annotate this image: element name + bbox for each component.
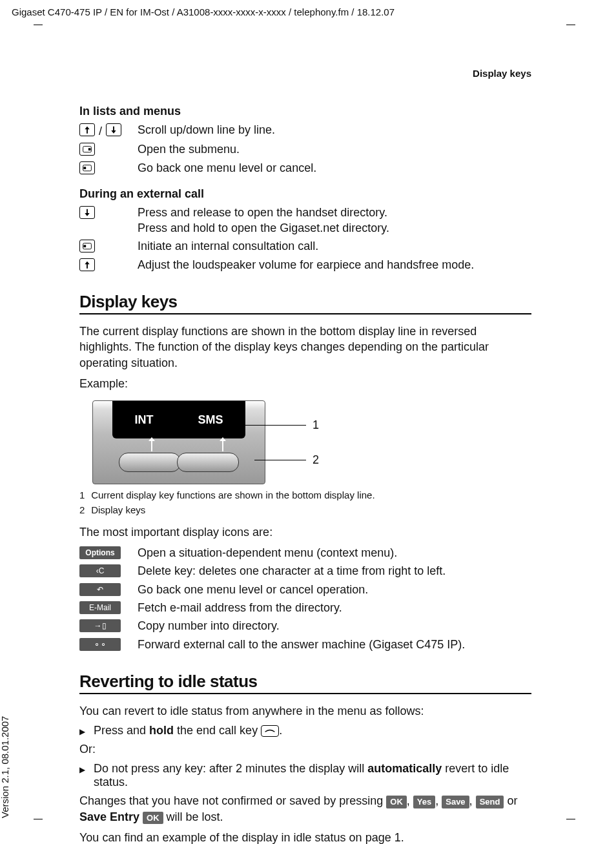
slash: / [98, 123, 103, 139]
crop-mark [34, 819, 43, 819]
send-key-icon: Send [476, 796, 504, 808]
row-text: Scroll up/down line by line. [138, 122, 531, 139]
nav-left-icon [79, 161, 95, 174]
svg-rect-5 [83, 245, 86, 248]
page-header-path: Gigaset C470-475 IP / EN for IM-Ost / A3… [12, 6, 395, 17]
nav-left-icon [79, 240, 95, 252]
crop-mark [566, 25, 575, 25]
svg-rect-3 [83, 167, 86, 169]
save-key-icon: Save [442, 796, 469, 808]
row-volume: Adjust the loudspeaker volume for earpie… [79, 257, 531, 273]
svg-rect-1 [88, 149, 91, 151]
back-arrow-icon: ↶ [79, 583, 121, 596]
icon-row-back: ↶ Go back one menu level or cancel opera… [79, 582, 531, 597]
row-text: Copy number into directory. [138, 618, 531, 633]
display-keys-intro: The current display functions are shown … [79, 324, 531, 371]
icons-intro: The most important display icons are: [79, 524, 531, 540]
ok-key-icon: OK [143, 812, 163, 825]
icon-row-email: E-Mail Fetch e-mail address from the dir… [79, 600, 531, 615]
row-open-submenu: Open the submenu. [79, 141, 531, 157]
icon-row-copy: →▯ Copy number into directory. [79, 618, 531, 633]
list-bullet-icon [79, 724, 94, 737]
idle-bullet-2: Do not press any key: after 2 minutes th… [79, 762, 531, 789]
callout-2: 2 [313, 453, 319, 467]
heading-display-keys: Display keys [79, 292, 531, 312]
screen-label-sms: SMS [198, 413, 223, 427]
answering-machine-icon: ⚬⚬ [79, 638, 121, 651]
idle-bullet-1: Press and hold the end call key . [79, 724, 531, 737]
row-text: Go back one menu level or cancel. [138, 160, 531, 176]
delete-c-icon: ‹C [79, 564, 121, 577]
screen-label-int: INT [134, 413, 153, 427]
row-text: Fetch e-mail address from the directory. [138, 600, 531, 615]
section-rule [79, 313, 531, 314]
figure-caption-1: 1 Current display key functions are show… [79, 489, 531, 502]
row-scroll: / Scroll up/down line by line. [79, 122, 531, 139]
figure-callouts: 1 2 [277, 400, 354, 484]
row-text: Press and release to open the handset di… [138, 205, 531, 236]
list-bullet-icon [79, 762, 94, 789]
idle-not-saved: Changes that you have not confirmed or s… [79, 793, 531, 825]
row-text: Forward external call to the answer mach… [138, 637, 531, 652]
row-text: Go back one menu level or cancel operati… [138, 582, 531, 597]
idle-closing: You can find an example of the display i… [79, 830, 531, 844]
idle-or: Or: [79, 741, 531, 757]
display-key-right [177, 453, 239, 472]
example-label: Example: [79, 376, 531, 391]
row-back: Go back one menu level or cancel. [79, 160, 531, 176]
icon-row-tape: ⚬⚬ Forward external call to the answer m… [79, 637, 531, 652]
callout-1: 1 [313, 418, 319, 432]
options-icon: Options [79, 546, 121, 559]
crop-mark [566, 819, 575, 819]
row-directory: Press and release to open the handset di… [79, 205, 531, 236]
nav-up-icon [79, 258, 95, 271]
email-icon: E-Mail [79, 601, 121, 614]
copy-to-directory-icon: →▯ [79, 619, 121, 632]
section-rule [79, 693, 531, 694]
heading-lists-menus: In lists and menus [79, 105, 531, 118]
nav-right-icon [79, 143, 95, 156]
nav-up-icon [79, 123, 95, 136]
display-key-left [119, 453, 181, 472]
idle-intro: You can revert to idle status from anywh… [79, 703, 531, 719]
icon-row-delete: ‹C Delete key: deletes one character at … [79, 563, 531, 579]
heading-idle: Reverting to idle status [79, 672, 531, 692]
row-text: Open a situation-dependent menu (context… [138, 545, 531, 561]
nav-down-icon [106, 123, 121, 136]
row-text: Delete key: deletes one character at a t… [138, 563, 531, 579]
end-call-key-icon [261, 725, 279, 737]
ok-key-icon: OK [386, 796, 407, 808]
row-text: Adjust the loudspeaker volume for earpie… [138, 257, 531, 273]
crop-mark [34, 25, 43, 25]
row-consult: Initiate an internal consultation call. [79, 238, 531, 254]
running-head: Display keys [79, 68, 531, 79]
figure-caption-2: 2 Display keys [79, 504, 531, 517]
heading-external-call: During an external call [79, 187, 531, 201]
row-text: Initiate an internal consultation call. [138, 238, 531, 254]
version-sidebar: Version 2.1, 08.01.2007 [0, 716, 10, 818]
yes-key-icon: Yes [413, 796, 435, 808]
icon-row-options: Options Open a situation-dependent menu … [79, 545, 531, 561]
phone-illustration: INT SMS [92, 400, 265, 484]
nav-down-icon [79, 206, 95, 219]
row-text: Open the submenu. [138, 141, 531, 157]
figure-display-keys: INT SMS 1 2 [92, 400, 531, 484]
